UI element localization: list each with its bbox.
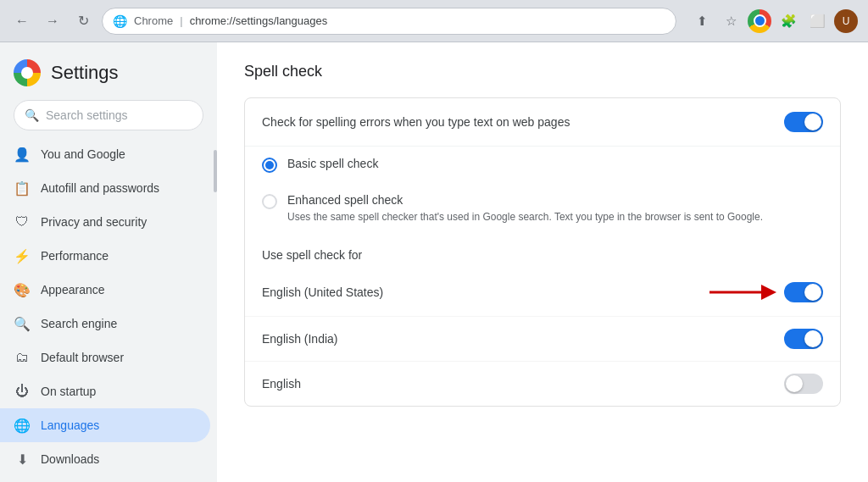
- puzzle-icon: 🧩: [781, 14, 797, 29]
- window-icon: ⬜: [810, 14, 826, 29]
- english-toggle[interactable]: [784, 374, 823, 394]
- basic-spellcheck-label: Basic spell check: [287, 157, 378, 170]
- use-spellcheck-section-title: Use spell check for: [245, 235, 840, 269]
- download-icon: ⬇: [14, 451, 31, 468]
- sidebar-label-privacy: Privacy and security: [41, 215, 147, 229]
- nav-list: 👤 You and Google 📋 Autofill and password…: [0, 137, 217, 476]
- sidebar-item-autofill[interactable]: 📋 Autofill and passwords: [0, 171, 210, 205]
- english-us-toggle[interactable]: [784, 282, 823, 302]
- sidebar-label-search-engine: Search engine: [41, 317, 117, 330]
- red-arrow-annotation: [709, 280, 777, 304]
- profile-button[interactable]: U: [834, 9, 858, 33]
- sidebar-search[interactable]: 🔍 Search settings: [14, 100, 203, 130]
- sidebar-item-performance[interactable]: ⚡ Performance: [0, 239, 210, 273]
- settings-header: Settings: [0, 49, 217, 100]
- enhanced-spellcheck-desc: Uses the same spell checker that's used …: [287, 209, 763, 224]
- sidebar-item-default-browser[interactable]: 🗂 Default browser: [0, 341, 210, 374]
- app-name: Chrome: [134, 14, 173, 27]
- window-button[interactable]: ⬜: [805, 9, 829, 33]
- language-name-english-india: English (India): [262, 332, 338, 346]
- sidebar-item-appearance[interactable]: 🎨 Appearance: [0, 273, 210, 307]
- chrome-extension-icon: [748, 9, 771, 33]
- search-engine-icon: 🔍: [14, 315, 31, 332]
- sidebar-label-on-startup: On startup: [41, 385, 96, 398]
- sidebar-item-search-engine[interactable]: 🔍 Search engine: [0, 307, 210, 341]
- palette-icon: 🎨: [14, 281, 31, 298]
- toggle-with-arrow: [709, 280, 823, 304]
- clipboard-icon: 📋: [14, 180, 31, 197]
- sidebar-item-on-startup[interactable]: ⏻ On startup: [0, 374, 210, 408]
- spellcheck-card: Check for spelling errors when you type …: [244, 97, 841, 407]
- person-icon: 👤: [14, 146, 31, 163]
- forward-icon: →: [46, 14, 59, 29]
- performance-icon: ⚡: [14, 247, 31, 264]
- main-toggle-label: Check for spelling errors when you type …: [262, 115, 784, 129]
- basic-spellcheck-row[interactable]: Basic spell check: [245, 147, 840, 183]
- share-icon: ⬆: [697, 14, 708, 29]
- share-button[interactable]: ⬆: [690, 9, 714, 33]
- sidebar-item-languages[interactable]: 🌐 Languages: [0, 408, 210, 442]
- profile-initial: U: [843, 15, 850, 27]
- site-security-icon: 🌐: [113, 14, 127, 28]
- search-placeholder: Search settings: [46, 108, 128, 122]
- address-bar[interactable]: 🌐 Chrome | chrome://settings/languages: [102, 8, 676, 35]
- bookmark-icon: ☆: [726, 14, 737, 29]
- enhanced-spellcheck-row[interactable]: Enhanced spell check Uses the same spell…: [245, 183, 840, 235]
- url-text: chrome://settings/languages: [190, 14, 328, 27]
- browser-chrome: ← → ↻ 🌐 Chrome | chrome://settings/langu…: [0, 0, 868, 42]
- basic-spellcheck-radio[interactable]: [262, 158, 277, 173]
- shield-icon: 🛡: [14, 213, 31, 230]
- address-separator: |: [180, 14, 182, 27]
- toolbar-icons: ⬆ ☆ 🧩 ⬜ U: [690, 9, 858, 33]
- main-toggle-row: Check for spelling errors when you type …: [245, 98, 840, 147]
- settings-content: Spell check Check for spelling errors wh…: [217, 42, 868, 482]
- refresh-button[interactable]: ↻: [71, 9, 95, 33]
- language-name-english-us: English (United States): [262, 285, 383, 299]
- sidebar-label-default-browser: Default browser: [41, 351, 124, 364]
- sidebar-label-you-google: You and Google: [41, 147, 125, 161]
- sidebar-label-appearance: Appearance: [41, 283, 105, 296]
- sidebar-label-languages: Languages: [41, 418, 99, 432]
- enhanced-spellcheck-label: Enhanced spell check: [287, 193, 763, 207]
- globe-icon: 🌐: [14, 417, 31, 434]
- forward-button[interactable]: →: [41, 9, 64, 33]
- main-spellcheck-toggle[interactable]: [784, 112, 823, 132]
- sidebar-item-you-google[interactable]: 👤 You and Google: [0, 137, 210, 171]
- language-row-english: English: [245, 362, 840, 406]
- main-container: Settings 🔍 Search settings 👤 You and Goo…: [0, 42, 868, 482]
- bookmark-button[interactable]: ☆: [719, 9, 743, 33]
- refresh-icon: ↻: [78, 13, 89, 29]
- section-title: Spell check: [244, 63, 841, 80]
- english-india-toggle[interactable]: [784, 329, 823, 349]
- extensions-button[interactable]: 🧩: [776, 9, 800, 33]
- sidebar-label-downloads: Downloads: [41, 452, 99, 466]
- enhanced-spellcheck-radio[interactable]: [262, 194, 277, 209]
- settings-title: Settings: [51, 62, 119, 84]
- language-row-english-india: English (India): [245, 317, 840, 362]
- settings-logo: [14, 59, 41, 86]
- default-browser-icon: 🗂: [14, 349, 31, 366]
- startup-icon: ⏻: [14, 383, 31, 400]
- sidebar-label-performance: Performance: [41, 249, 108, 263]
- language-row-english-us: English (United States): [245, 269, 840, 317]
- sidebar-label-autofill: Autofill and passwords: [41, 181, 159, 195]
- back-icon: ←: [15, 14, 29, 29]
- back-button[interactable]: ←: [10, 9, 34, 33]
- sidebar-item-downloads[interactable]: ⬇ Downloads: [0, 442, 210, 476]
- search-icon: 🔍: [25, 108, 39, 122]
- language-name-english: English: [262, 377, 301, 391]
- enhanced-spellcheck-label-group: Enhanced spell check Uses the same spell…: [287, 193, 763, 224]
- basic-spellcheck-label-group: Basic spell check: [287, 157, 378, 170]
- sidebar: Settings 🔍 Search settings 👤 You and Goo…: [0, 42, 217, 482]
- sidebar-item-privacy[interactable]: 🛡 Privacy and security: [0, 205, 210, 239]
